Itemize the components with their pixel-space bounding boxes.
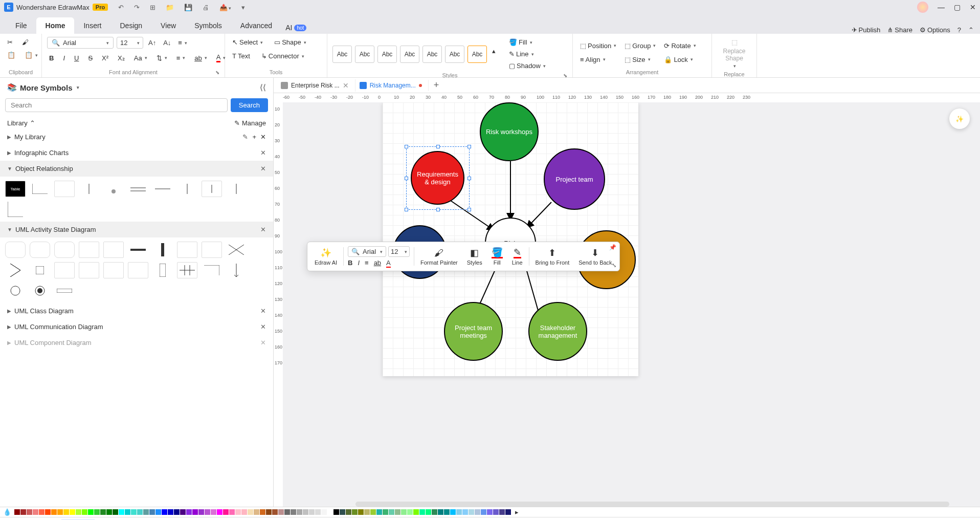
color-swatch[interactable]: [303, 509, 308, 515]
shape-thumb[interactable]: [30, 262, 50, 278]
shape-thumb[interactable]: [54, 242, 75, 258]
color-swatch[interactable]: [284, 509, 290, 515]
color-swatch[interactable]: [432, 509, 437, 515]
undo-icon[interactable]: ↶: [118, 4, 124, 11]
color-swatch[interactable]: [217, 509, 222, 515]
align-button[interactable]: ≡ Align▾: [578, 54, 618, 65]
style-preset-6[interactable]: Abc: [445, 46, 464, 63]
tab-close-icon[interactable]: ✕: [343, 81, 349, 90]
section-uml-comm[interactable]: ▶UML Communication Diagram ✕: [0, 319, 273, 335]
color-swatch[interactable]: [395, 509, 400, 515]
shape-thumb[interactable]: [30, 283, 50, 299]
section-object-relationship[interactable]: ▼Object Relationship ✕: [0, 161, 273, 177]
objectrel-close-icon[interactable]: ✕: [260, 165, 266, 172]
color-swatch[interactable]: [33, 509, 38, 515]
bold-icon[interactable]: B: [47, 53, 56, 63]
color-swatch[interactable]: [94, 509, 100, 515]
color-swatch[interactable]: [168, 509, 173, 515]
color-swatch[interactable]: [205, 509, 210, 515]
color-swatch[interactable]: [352, 509, 358, 515]
color-swatch[interactable]: [327, 509, 333, 515]
mylib-add-icon[interactable]: ✎: [242, 133, 248, 141]
publish-button[interactable]: ✈ Publish: [852, 26, 881, 34]
color-swatch[interactable]: [297, 509, 302, 515]
shape-thumb[interactable]: [128, 262, 148, 278]
color-swatch[interactable]: [438, 509, 443, 515]
position-button[interactable]: ⬚ Position▾: [578, 40, 618, 51]
font-size-select[interactable]: 12▾: [117, 37, 143, 49]
section-uml-class[interactable]: ▶UML Class Diagram ✕: [0, 303, 273, 319]
color-swatch[interactable]: [481, 509, 486, 515]
color-swatch[interactable]: [444, 509, 450, 515]
float-fontcolor-icon[interactable]: A: [386, 259, 391, 267]
color-swatch[interactable]: [499, 509, 505, 515]
tab-view[interactable]: View: [151, 17, 185, 34]
color-swatch[interactable]: [125, 509, 130, 515]
shape-thumb[interactable]: [79, 242, 99, 258]
highlight-icon[interactable]: ab▾: [192, 53, 209, 63]
style-preset-4[interactable]: Abc: [400, 46, 419, 63]
color-swatch[interactable]: [475, 509, 480, 515]
sidebar-collapse-icon[interactable]: ⟨⟨: [260, 83, 266, 92]
color-swatch[interactable]: [462, 509, 468, 515]
rotate-button[interactable]: ⟳ Rotate▾: [662, 40, 698, 51]
color-swatch[interactable]: [235, 509, 241, 515]
group-button[interactable]: ⬚ Group▾: [622, 40, 658, 51]
tab-insert[interactable]: Insert: [74, 17, 110, 34]
section-uml-activity[interactable]: ▼UML Activity State Diagram ✕: [0, 222, 273, 237]
color-swatch[interactable]: [137, 509, 143, 515]
umlcomp-close-icon[interactable]: ✕: [260, 339, 266, 346]
color-swatch[interactable]: [27, 509, 32, 515]
umlcomm-close-icon[interactable]: ✕: [260, 323, 266, 331]
infographic-close-icon[interactable]: ✕: [260, 149, 266, 157]
user-avatar[interactable]: [917, 2, 928, 13]
style-preset-1[interactable]: Abc: [332, 46, 352, 63]
color-swatch[interactable]: [76, 509, 81, 515]
symbol-search-button[interactable]: Search: [231, 98, 268, 112]
color-swatch[interactable]: [20, 509, 26, 515]
export-icon[interactable]: 📤▾: [219, 4, 231, 11]
shape-thumb[interactable]: [202, 242, 222, 258]
shape-thumb[interactable]: [5, 283, 26, 299]
size-button[interactable]: ⬚ Size▾: [622, 54, 658, 65]
color-more-icon[interactable]: ▸: [515, 508, 519, 516]
new-icon[interactable]: ⊞: [150, 4, 155, 11]
float-align-icon[interactable]: ≡: [365, 259, 369, 267]
library-collapse-icon[interactable]: ⌃: [30, 119, 35, 127]
color-swatch[interactable]: [505, 509, 511, 515]
float-bold-icon[interactable]: B: [348, 259, 352, 267]
cut-icon[interactable]: ✂: [5, 37, 15, 48]
style-preset-7[interactable]: Abc: [467, 46, 487, 63]
color-swatch[interactable]: [487, 509, 493, 515]
color-swatch[interactable]: [113, 509, 118, 515]
symbol-search-input[interactable]: [5, 98, 228, 112]
strikethrough-icon[interactable]: S: [86, 53, 95, 63]
tab-design[interactable]: Design: [110, 17, 151, 34]
tab-symbols[interactable]: Symbols: [185, 17, 231, 34]
float-bring-front[interactable]: ⬆Bring to Front: [531, 245, 574, 268]
shape-thumb[interactable]: [226, 181, 247, 197]
color-swatch[interactable]: [174, 509, 180, 515]
color-swatch[interactable]: [82, 509, 87, 515]
tab-advanced[interactable]: Advanced: [231, 17, 281, 34]
color-swatch[interactable]: [469, 509, 474, 515]
color-swatch[interactable]: [106, 509, 112, 515]
float-format-painter[interactable]: 🖌Format Painter: [416, 245, 462, 268]
shape-tool[interactable]: ▭ Shape▾: [272, 37, 308, 48]
shadow-button[interactable]: ▢ Shadow▾: [507, 60, 548, 71]
maximize-icon[interactable]: ▢: [954, 3, 961, 11]
color-swatch[interactable]: [254, 509, 259, 515]
color-swatch[interactable]: [162, 509, 167, 515]
style-preset-5[interactable]: Abc: [422, 46, 442, 63]
color-swatch[interactable]: [143, 509, 149, 515]
color-swatch[interactable]: [493, 509, 499, 515]
text-tool[interactable]: T Text: [230, 51, 252, 61]
shape-thumb[interactable]: [152, 262, 173, 278]
minimize-icon[interactable]: —: [938, 3, 945, 11]
collapse-ribbon-icon[interactable]: ⌃: [968, 26, 974, 34]
format-painter-icon[interactable]: 🖌: [20, 37, 31, 48]
color-swatch[interactable]: [186, 509, 192, 515]
edraw-ai-button[interactable]: ✨Edraw AI: [310, 245, 341, 268]
redo-icon[interactable]: ↷: [134, 4, 140, 11]
paste-icon[interactable]: 📋▾: [23, 50, 40, 60]
